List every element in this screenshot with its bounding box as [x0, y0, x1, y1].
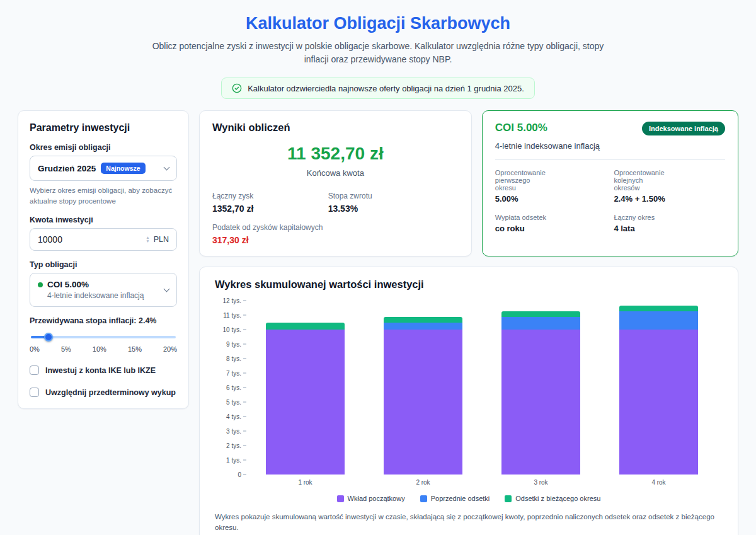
chart-y-tick: 0: [238, 471, 246, 478]
legend-label: Poprzednie odsetki: [431, 495, 490, 502]
total-period-value: 4 lata: [614, 224, 666, 233]
chart-bar-column: [246, 301, 364, 475]
results-stats: Łączny zysk 1352,70 zł Stopa zwrotu 13.5…: [212, 192, 459, 214]
inflation-slider[interactable]: [31, 333, 176, 342]
chart-y-tick: 6 tys.: [226, 384, 246, 391]
chart-x-label: 4 rok: [600, 479, 718, 486]
content: Parametry inwestycji Okres emisji obliga…: [18, 110, 738, 535]
first-period-rate-label: Oprocentowanie pierwszego okresu: [495, 169, 547, 192]
chart-legend: Wkład początkowyPoprzednie odsetkiOdsetk…: [215, 495, 723, 502]
parameters-panel: Parametry inwestycji Okres emisji obliga…: [18, 110, 189, 409]
emission-period-label: Okres emisji obligacji: [30, 143, 177, 152]
chart-bar-segment: [619, 311, 698, 330]
chart-bar-segment: [266, 323, 345, 330]
first-period-rate-stat: Oprocentowanie pierwszego okresu 5.00%: [495, 169, 547, 204]
number-stepper-icon[interactable]: ▲▼: [146, 236, 149, 244]
chart-bar: [501, 311, 580, 475]
newest-badge: Najnowsze: [101, 163, 145, 174]
first-period-rate-value: 5.00%: [495, 194, 547, 204]
bond-details-subtitle: 4-letnie indeksowane inflacją: [495, 141, 725, 151]
chart-y-tick: 2 tys.: [226, 442, 246, 449]
inflation-label: Przewidywana stopa inflacji: 2.4%: [30, 316, 177, 325]
early-redemption-checkbox-row[interactable]: Uwzględnij przedterminowy wykup: [30, 388, 177, 397]
chart-plot-area: 1 rok2 rok3 rok4 rok: [246, 301, 718, 486]
chart-y-tick: 12 tys.: [223, 297, 246, 304]
legend-swatch-icon: [337, 495, 344, 502]
bond-details-grid: Oprocentowanie pierwszego okresu 5.00% O…: [495, 169, 725, 233]
legend-item: Poprzednie odsetki: [420, 495, 490, 502]
bond-type-display: COI 5.00% 4-letnie indeksowane inflacją: [38, 280, 144, 300]
total-profit-value: 1352,70 zł: [212, 204, 328, 214]
legend-label: Odsetki z bieżącego okresu: [515, 495, 600, 502]
legend-item: Wkład początkowy: [337, 495, 405, 502]
chart-y-tick: 7 tys.: [226, 370, 246, 377]
divider: [495, 159, 725, 160]
final-amount-block: 11 352,70 zł Końcowa kwota: [212, 144, 459, 178]
chart-x-axis: 1 rok2 rok3 rok4 rok: [246, 479, 718, 486]
next-periods-rate-stat: Oprocentowanie kolejnych okresów 2.4% + …: [614, 169, 666, 204]
interest-payout-label: Wypłata odsetek: [495, 214, 547, 221]
bond-status-dot-icon: [38, 282, 43, 287]
chart-y-axis: 01 tys.2 tys.3 tys.4 tys.5 tys.6 tys.7 t…: [217, 301, 246, 475]
emission-period-select[interactable]: Grudzień 2025 Najnowsze: [30, 156, 177, 181]
slider-tick-label: 5%: [61, 345, 71, 353]
chart-panel: Wykres skumulowanej wartości inwestycji …: [199, 267, 738, 535]
page-subtitle: Oblicz potencjalne zyski z inwestycji w …: [151, 40, 605, 66]
update-banner-text: Kalkulator odzwierciedla najnowsze ofert…: [248, 84, 524, 93]
tax-label: Podatek od zysków kapitałowych: [212, 223, 459, 232]
return-rate-label: Stopa zwrotu: [328, 192, 444, 200]
slider-tick-label: 15%: [128, 345, 142, 353]
ike-checkbox[interactable]: [30, 365, 39, 375]
total-period-stat: Łączny okres 4 lata: [614, 214, 666, 233]
early-redemption-checkbox-label: Uwzględnij przedterminowy wykup: [45, 388, 176, 397]
tax-value: 317,30 zł: [212, 235, 459, 245]
chart-plot: [246, 301, 718, 475]
slider-tick-label: 0%: [30, 345, 40, 353]
bond-type-value: COI 5.00%: [47, 280, 89, 289]
top-row: Wyniki obliczeń 11 352,70 zł Końcowa kwo…: [199, 110, 738, 256]
bond-type-select[interactable]: COI 5.00% 4-letnie indeksowane inflacją: [30, 273, 177, 307]
chart-bar-segment: [619, 306, 698, 311]
chart-y-tick: 9 tys.: [226, 341, 246, 348]
final-amount: 11 352,70 zł: [212, 144, 459, 164]
chart-x-label: 2 rok: [364, 479, 482, 486]
chart-title: Wykres skumulowanej wartości inwestycji: [215, 279, 723, 291]
page-title: Kalkulator Obligacji Skarbowych: [18, 14, 738, 33]
chart-x-label: 1 rok: [246, 479, 364, 486]
emission-period-help: Wybierz okres emisji obligacji, aby zoba…: [30, 185, 177, 206]
chart-bar: [384, 317, 462, 475]
chart-bar-segment: [384, 323, 462, 330]
chart-bar: [266, 323, 345, 475]
emission-period-value: Grudzień 2025: [38, 164, 96, 173]
parameters-title: Parametry inwestycji: [30, 122, 177, 134]
chevron-down-icon: [164, 164, 170, 171]
bond-details-title: COI 5.00%: [495, 122, 547, 134]
next-periods-rate-value: 2.4% + 1.50%: [614, 194, 666, 204]
chart-y-tick: 1 tys.: [226, 457, 246, 464]
main-column: Wyniki obliczeń 11 352,70 zł Końcowa kwo…: [199, 110, 738, 535]
check-circle-icon: [232, 83, 242, 93]
inflation-slider-thumb[interactable]: [44, 333, 53, 342]
next-periods-rate-label: Oprocentowanie kolejnych okresów: [614, 169, 666, 192]
chart-caption: Wykres pokazuje skumulowaną wartość inwe…: [215, 512, 723, 532]
ike-checkbox-row[interactable]: Inwestuj z konta IKE lub IKZE: [30, 365, 177, 375]
cumulative-value-chart: 01 tys.2 tys.3 tys.4 tys.5 tys.6 tys.7 t…: [215, 301, 723, 486]
currency-label: PLN: [154, 235, 169, 244]
chart-y-tick: 5 tys.: [226, 399, 246, 406]
inflation-indexed-badge: Indeksowane inflacją: [642, 122, 725, 135]
chart-bar-segment: [501, 330, 580, 475]
bond-type-desc: 4-letnie indeksowane inflacją: [47, 291, 144, 300]
legend-swatch-icon: [420, 495, 427, 502]
chart-bar-segment: [384, 317, 462, 323]
chart-bar-segment: [501, 317, 580, 330]
page-header: Kalkulator Obligacji Skarbowych Oblicz p…: [18, 14, 738, 99]
interest-payout-stat: Wypłata odsetek co roku: [495, 214, 547, 233]
chart-x-label: 3 rok: [482, 479, 600, 486]
early-redemption-checkbox[interactable]: [30, 388, 39, 397]
chart-bar-segment: [501, 311, 580, 317]
amount-input[interactable]: [38, 234, 146, 244]
chart-bar-segment: [266, 330, 345, 475]
chart-y-tick: 11 tys.: [223, 312, 246, 319]
chart-y-tick: 3 tys.: [226, 428, 246, 435]
total-period-label: Łączny okres: [614, 214, 666, 221]
